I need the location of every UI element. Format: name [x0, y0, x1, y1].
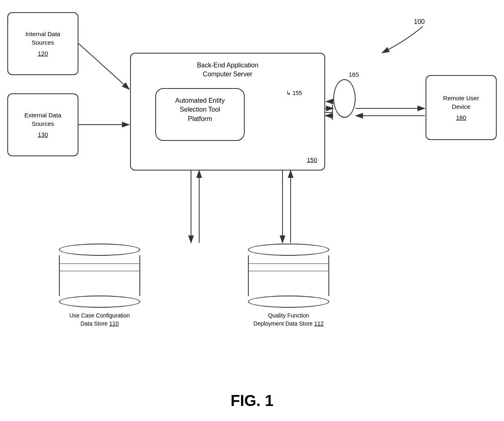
ref-150: 150 — [307, 155, 317, 164]
db-usecase-number: 110 — [109, 320, 119, 327]
internal-number: 120 — [38, 49, 48, 58]
db-quality-cylinder — [248, 244, 329, 308]
db-quality-top — [248, 244, 329, 256]
db-quality-number: 112 — [314, 320, 324, 327]
inner-platform-label: Automated EntitySelection ToolPlatform — [156, 96, 244, 123]
external-number: 130 — [38, 130, 48, 139]
box-external-data-sources: External DataSources 130 — [7, 93, 78, 156]
figure-label: FIG. 1 — [230, 392, 274, 410]
db-quality-bottom — [248, 296, 329, 308]
db-quality-body — [248, 255, 329, 296]
ref-155: ↳ 155 — [286, 89, 302, 97]
external-label: External DataSources — [24, 111, 61, 128]
box-inner-platform: Automated EntitySelection ToolPlatform — [155, 88, 245, 141]
db-usecase-label: Use Case ConfigurationData Store 110 — [70, 312, 130, 328]
diagram-container: 100 Internal DataSources 120 External Da… — [0, 0, 504, 421]
box-internal-data-sources: Internal DataSources 120 — [7, 12, 78, 75]
box-remote-user-device: Remote UserDevice 160 — [426, 75, 497, 140]
svg-line-3 — [78, 43, 129, 89]
box-backend-server: Back-End ApplicationComputer Server Auto… — [130, 53, 325, 171]
db-usecase-bottom — [59, 296, 140, 308]
backend-label: Back-End ApplicationComputer Server — [131, 61, 324, 79]
db-usecase-top — [59, 244, 140, 256]
remote-number: 160 — [456, 113, 466, 122]
db-usecase-body — [59, 255, 140, 296]
ref-100: 100 — [414, 18, 425, 26]
remote-label: Remote UserDevice — [443, 94, 479, 111]
internal-label: Internal DataSources — [26, 30, 61, 47]
network-oval — [333, 79, 356, 118]
db-quality: Quality FunctionDeployment Data Store 11… — [248, 244, 329, 328]
db-usecase: Use Case ConfigurationData Store 110 — [59, 244, 140, 328]
db-usecase-cylinder — [59, 244, 140, 308]
db-quality-label: Quality FunctionDeployment Data Store 11… — [254, 312, 324, 328]
ref-165: 165 — [349, 71, 359, 78]
